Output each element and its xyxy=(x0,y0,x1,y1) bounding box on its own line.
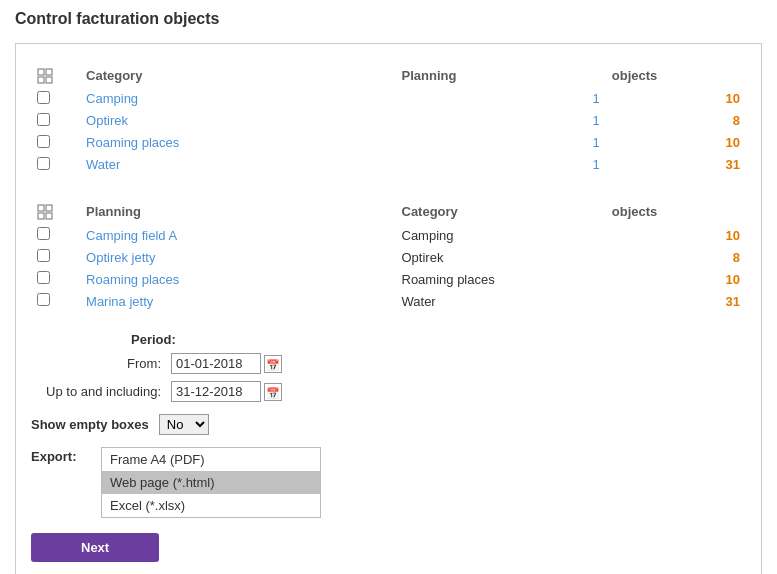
category-name: Water xyxy=(396,290,606,312)
section1-icon-cell xyxy=(31,59,80,88)
upto-row: Up to and including: 📅 xyxy=(31,381,746,402)
objects-count: 8 xyxy=(606,246,746,268)
table-row: Water 1 31 xyxy=(31,154,746,176)
svg-rect-2 xyxy=(38,77,44,83)
objects-count: 10 xyxy=(606,132,746,154)
objects-count: 8 xyxy=(606,110,746,132)
category-table: Category Planning objects Camping 1 10 O… xyxy=(31,59,746,176)
table-row: Camping field A Camping 10 xyxy=(31,224,746,246)
planning-count: 1 xyxy=(396,110,606,132)
table-row: Optirek 1 8 xyxy=(31,110,746,132)
svg-rect-3 xyxy=(46,77,52,83)
objects-count: 31 xyxy=(606,290,746,312)
objects-count: 10 xyxy=(606,224,746,246)
period-section: Period: From: 📅 Up to and including: 📅 xyxy=(31,332,746,402)
show-empty-label: Show empty boxes xyxy=(31,417,149,432)
category-name[interactable]: Optirek xyxy=(86,113,128,128)
planning-name[interactable]: Camping field A xyxy=(86,228,177,243)
export-list: Frame A4 (PDF)Web page (*.html)Excel (*.… xyxy=(101,447,321,518)
planning-count: 1 xyxy=(396,154,606,176)
row-checkbox[interactable] xyxy=(37,271,50,284)
objects-count: 10 xyxy=(606,268,746,290)
section1-col2-header: Planning xyxy=(396,59,606,88)
section1-col3-header: objects xyxy=(606,59,746,88)
category-name[interactable]: Roaming places xyxy=(86,135,179,150)
table-row: Roaming places Roaming places 10 xyxy=(31,268,746,290)
row-checkbox[interactable] xyxy=(37,249,50,262)
next-button[interactable]: Next xyxy=(31,533,159,562)
table-row: Optirek jetty Optirek 8 xyxy=(31,246,746,268)
svg-rect-4 xyxy=(38,205,44,211)
from-date-input[interactable] xyxy=(171,353,261,374)
svg-rect-1 xyxy=(46,69,52,75)
svg-rect-0 xyxy=(38,69,44,75)
row-checkbox[interactable] xyxy=(37,293,50,306)
table-row: Marina jetty Water 31 xyxy=(31,290,746,312)
row-checkbox[interactable] xyxy=(37,91,50,104)
section2-col2-header: Category xyxy=(396,196,606,225)
category-table-icon xyxy=(37,68,53,84)
export-option[interactable]: Frame A4 (PDF) xyxy=(102,448,320,471)
row-checkbox[interactable] xyxy=(37,113,50,126)
category-name[interactable]: Water xyxy=(86,157,120,172)
export-label: Export: xyxy=(31,449,91,464)
svg-rect-7 xyxy=(46,213,52,219)
export-row: Export: Frame A4 (PDF)Web page (*.html)E… xyxy=(31,447,746,518)
table-row: Roaming places 1 10 xyxy=(31,132,746,154)
planning-name[interactable]: Roaming places xyxy=(86,272,179,287)
table-row: Camping 1 10 xyxy=(31,88,746,110)
category-name: Optirek xyxy=(396,246,606,268)
row-checkbox[interactable] xyxy=(37,227,50,240)
period-label: Period: xyxy=(131,332,746,347)
from-calendar-icon[interactable]: 📅 xyxy=(264,355,282,373)
planning-table-icon xyxy=(37,204,53,220)
section1-col1-header: Category xyxy=(80,59,395,88)
section2-icon-cell xyxy=(31,196,80,225)
upto-date-input[interactable] xyxy=(171,381,261,402)
planning-name[interactable]: Marina jetty xyxy=(86,294,153,309)
objects-count: 10 xyxy=(606,88,746,110)
upto-label: Up to and including: xyxy=(31,384,171,399)
category-name: Roaming places xyxy=(396,268,606,290)
svg-rect-6 xyxy=(38,213,44,219)
row-checkbox[interactable] xyxy=(37,135,50,148)
from-label: From: xyxy=(31,356,171,371)
planning-count: 1 xyxy=(396,88,606,110)
export-option[interactable]: Excel (*.xlsx) xyxy=(102,494,320,517)
svg-rect-5 xyxy=(46,205,52,211)
category-name[interactable]: Camping xyxy=(86,91,138,106)
objects-count: 31 xyxy=(606,154,746,176)
from-row: From: 📅 xyxy=(31,353,746,374)
show-empty-select[interactable]: NoYes xyxy=(159,414,209,435)
page-title: Control facturation objects xyxy=(15,10,762,28)
planning-count: 1 xyxy=(396,132,606,154)
export-option[interactable]: Web page (*.html) xyxy=(102,471,320,494)
category-name: Camping xyxy=(396,224,606,246)
section2-col1-header: Planning xyxy=(80,196,395,225)
main-content: Category Planning objects Camping 1 10 O… xyxy=(15,43,762,574)
section2-col3-header: objects xyxy=(606,196,746,225)
row-checkbox[interactable] xyxy=(37,157,50,170)
upto-calendar-icon[interactable]: 📅 xyxy=(264,383,282,401)
planning-name[interactable]: Optirek jetty xyxy=(86,250,155,265)
planning-table: Planning Category objects Camping field … xyxy=(31,196,746,313)
show-empty-row: Show empty boxes NoYes xyxy=(31,414,746,435)
